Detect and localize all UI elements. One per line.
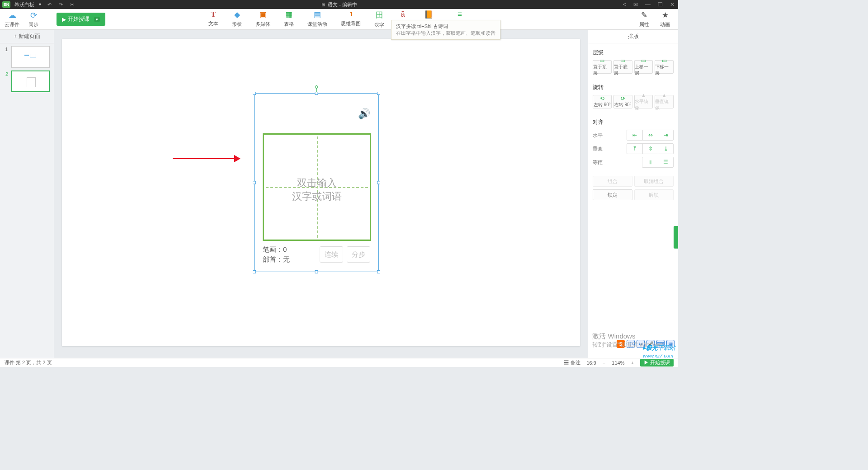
panel-tab-layout[interactable]: 排版: [588, 30, 678, 43]
table-icon: ▦: [285, 10, 292, 19]
layer-down-icon: ▭: [662, 58, 667, 63]
ime-grid-icon[interactable]: ▦: [666, 340, 675, 348]
tool-animation[interactable]: ★动画: [660, 10, 670, 28]
unlock-button[interactable]: 解锁: [634, 189, 674, 200]
poem-icon: 📙: [424, 10, 434, 19]
move-down-button[interactable]: ▭下移一层: [655, 60, 674, 74]
align-left-button[interactable]: ⇤: [627, 130, 642, 140]
tool-hanzi[interactable]: 田汉字: [374, 10, 384, 28]
rotate-right-button[interactable]: ⟳右转 90°: [613, 95, 632, 108]
move-up-button[interactable]: ▭上移一层: [634, 60, 653, 74]
app-title[interactable]: 希沃白板: [13, 1, 36, 8]
shape-icon: ◆: [234, 10, 240, 19]
ime-sogou-icon[interactable]: S: [617, 340, 625, 348]
rotate-handle[interactable]: [315, 85, 318, 89]
align-top-button[interactable]: ⤒: [627, 144, 642, 154]
tool-activity[interactable]: ▤课堂活动: [307, 10, 327, 28]
tool-properties[interactable]: ✎属性: [639, 10, 649, 28]
mindmap-icon: ၊ၢ: [347, 10, 355, 19]
speaker-icon[interactable]: 🔊: [358, 108, 370, 120]
new-page-button[interactable]: + 新建页面: [0, 30, 54, 43]
slide-thumb-1[interactable]: 1: [11, 46, 50, 68]
redo-icon[interactable]: ↷: [55, 2, 66, 8]
media-icon: ▣: [259, 10, 267, 19]
sync-icon: ⟳: [30, 10, 37, 20]
align-middle-button[interactable]: ⇕: [642, 144, 658, 154]
zoom-in-icon[interactable]: +: [631, 360, 634, 366]
activity-icon: ▤: [314, 10, 321, 19]
send-back-button[interactable]: ▭置于底层: [613, 60, 632, 74]
share-icon[interactable]: <: [619, 1, 630, 8]
resize-handle[interactable]: [315, 92, 318, 95]
group-button[interactable]: 组合: [593, 176, 632, 187]
layer-up-icon: ▭: [641, 58, 646, 63]
maximize-icon[interactable]: ❐: [654, 1, 666, 8]
doc-title-area: 🗎 语文 - 编辑中: [321, 1, 357, 8]
start-dropdown-icon[interactable]: ▾: [94, 17, 100, 22]
hanzi-card[interactable]: 🔊 双击输入 汉字或词语 笔画：0 部首：无 连续 分步: [254, 93, 379, 272]
rotate-left-icon: ⟲: [600, 96, 604, 101]
ime-keyboard-icon[interactable]: ⌨: [656, 340, 665, 348]
annotation-arrow: [173, 154, 241, 163]
section-rotate: 旋转: [593, 84, 674, 91]
tool-table[interactable]: ▦表格: [284, 10, 294, 28]
ribbon: ☁云课件 ⟳同步 ▶ 开始授课▾ T文本 ◆形状 ▣多媒体 ▦表格 ▤课堂活动 …: [0, 9, 678, 30]
resize-handle[interactable]: [377, 92, 380, 95]
zoom-out-icon[interactable]: −: [603, 360, 605, 366]
play-button[interactable]: ▶ 开始授课: [640, 359, 674, 367]
resize-handle[interactable]: [253, 92, 256, 95]
continuous-button[interactable]: 连续: [320, 246, 343, 263]
flip-v-icon: ▲: [661, 93, 667, 98]
ime-lang[interactable]: 中: [627, 340, 635, 348]
step-button[interactable]: 分步: [347, 246, 370, 263]
resize-handle[interactable]: [253, 270, 256, 273]
canvas-area[interactable]: 🔊 双击输入 汉字或词语 笔画：0 部首：无 连续 分步: [54, 30, 588, 358]
resize-handle[interactable]: [377, 270, 380, 273]
ime-toolbar[interactable]: S 中 •• 🎤 ⌨ ▦: [617, 340, 675, 348]
tool-text[interactable]: T文本: [208, 10, 218, 28]
status-bar: 课件 第 2 页，共 2 页 ☰ 备注 16:9 − 114% + ▶ 开始授课: [0, 358, 678, 367]
dropdown-icon[interactable]: ▼: [36, 2, 44, 7]
section-align: 对齐: [593, 118, 674, 126]
text-icon: T: [211, 10, 216, 19]
app-logo: EN: [2, 1, 10, 8]
distribute-h-button[interactable]: ⫴: [642, 157, 658, 167]
align-center-button[interactable]: ⇔: [642, 130, 658, 140]
tool-mindmap[interactable]: ၊ၢ思维导图: [341, 10, 361, 28]
start-lesson-button[interactable]: ▶ 开始授课▾: [57, 13, 105, 26]
cloud-button[interactable]: ☁云课件: [5, 10, 19, 28]
resize-handle[interactable]: [315, 270, 318, 273]
title-bar: EN 希沃白板 ▼ ↶ ↷ ✂ 🗎 语文 - 编辑中 < ✉ — ❐ ✕: [0, 0, 678, 9]
side-tab[interactable]: [674, 226, 678, 249]
ungroup-button[interactable]: 取消组合: [634, 176, 674, 187]
resize-handle[interactable]: [377, 181, 380, 184]
flip-h-button[interactable]: ▲水平镜像: [634, 95, 653, 108]
note-button[interactable]: ☰ 备注: [564, 359, 580, 366]
undo-icon[interactable]: ↶: [44, 2, 55, 8]
tool-media[interactable]: ▣多媒体: [255, 10, 270, 28]
slide-thumb-2[interactable]: 2: [11, 70, 50, 92]
cut-icon[interactable]: ✂: [66, 2, 78, 8]
message-icon[interactable]: ✉: [630, 1, 642, 8]
lock-button[interactable]: 锁定: [593, 189, 632, 200]
ime-punct[interactable]: ••: [637, 340, 645, 348]
ime-voice-icon[interactable]: 🎤: [646, 340, 655, 348]
distribute-v-button[interactable]: ☰: [658, 157, 673, 167]
tool-shape[interactable]: ◆形状: [232, 10, 242, 28]
rotate-left-button[interactable]: ⟲左转 90°: [593, 95, 612, 108]
minimize-icon[interactable]: —: [642, 1, 654, 8]
grid-placeholder: 双击输入 汉字或词语: [264, 176, 370, 203]
flip-v-button[interactable]: ▲垂直镜像: [655, 95, 674, 108]
subject-icon: ≡: [458, 10, 462, 19]
close-icon[interactable]: ✕: [666, 1, 678, 8]
sync-button[interactable]: ⟳同步: [28, 10, 38, 28]
bring-front-button[interactable]: ▭置于顶层: [593, 60, 612, 74]
tianzige-grid[interactable]: 双击输入 汉字或词语: [263, 133, 371, 241]
doc-title: 语文 - 编辑中: [328, 1, 357, 8]
aspect-ratio[interactable]: 16:9: [587, 360, 596, 366]
slide[interactable]: 🔊 双击输入 汉字或词语 笔画：0 部首：无 连续 分步: [62, 39, 580, 346]
align-right-button[interactable]: ⇥: [658, 130, 673, 140]
resize-handle[interactable]: [253, 181, 256, 184]
hanzi-info: 笔画：0 部首：无: [263, 244, 290, 264]
align-bottom-button[interactable]: ⤓: [658, 144, 673, 154]
